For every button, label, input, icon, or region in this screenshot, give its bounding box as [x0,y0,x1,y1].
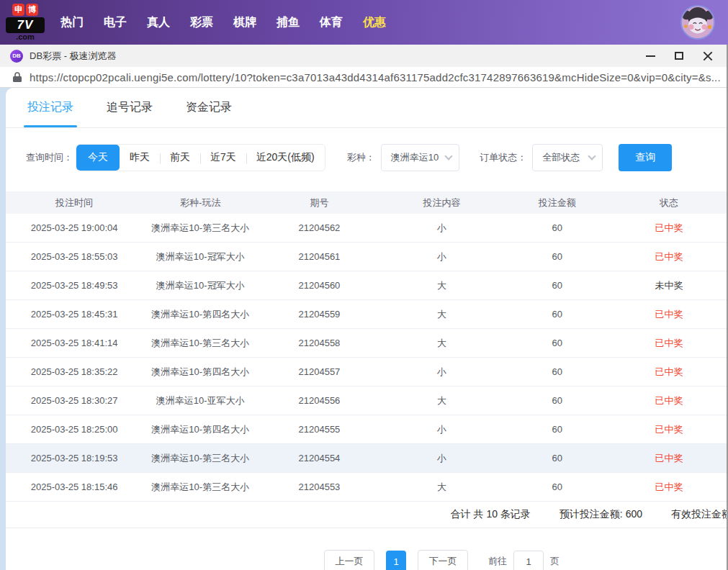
table-row: 2025-03-25 18:30:27 澳洲幸运10-亚军大小 21204556… [6,386,727,415]
summary-record-count: 合计 共 10 条记录 [451,508,531,521]
minimize-icon [646,55,655,57]
status-badge: 已中奖 [611,423,727,436]
cell-lottery-play: 澳洲幸运10-第四名大小 [143,423,258,436]
page-content: 投注记录 追号记录 资金记录 查询时间： 今天 昨天 前天 近7天 近20天(低… [0,88,727,570]
cell-bet-amount: 60 [503,251,611,262]
cell-bet-content: 小 [381,222,503,235]
filter-bar: 查询时间： 今天 昨天 前天 近7天 近20天(低频) 彩种： 澳洲幸运10 订… [26,144,727,171]
status-badge: 已中奖 [611,250,727,263]
cell-issue-number: 21204562 [258,222,380,233]
cell-bet-amount: 60 [503,395,611,406]
table-row: 2025-03-25 19:00:04 澳洲幸运10-第三名大小 2120456… [6,214,727,243]
window-controls [636,45,722,67]
window-title: DB彩票 - 极速浏览器 [30,50,117,63]
header-bet-content: 投注内容 [381,196,503,209]
cell-lottery-play: 澳洲幸运10-第三名大小 [143,222,258,235]
nav-item-promo[interactable]: 优惠 [363,15,386,30]
cell-lottery-play: 澳洲幸运10-第三名大小 [143,481,258,494]
cell-bet-content: 小 [381,366,503,379]
cell-lottery-play: 澳洲幸运10-亚军大小 [143,394,258,407]
maximize-button[interactable] [665,45,693,67]
status-badge: 未中奖 [611,279,727,292]
cell-lottery-play: 澳洲幸运10-第三名大小 [143,452,258,465]
status-badge: 已中奖 [611,337,727,350]
nav-item-lottery[interactable]: 彩票 [190,15,213,30]
time-option-7days[interactable]: 近7天 [200,145,246,171]
status-badge: 已中奖 [611,452,727,465]
tab-fund-records[interactable]: 资金记录 [186,88,232,127]
goto-page-input[interactable] [513,551,544,570]
cell-issue-number: 21204556 [258,395,380,406]
current-page-button[interactable]: 1 [386,551,406,570]
cell-bet-time: 2025-03-25 18:41:14 [6,338,143,348]
lock-icon [13,72,22,82]
cell-bet-amount: 60 [503,280,611,291]
cell-bet-content: 大 [381,308,503,321]
avatar-illustration [682,6,714,38]
close-button[interactable] [693,45,722,67]
tab-chase-records[interactable]: 追号记录 [107,88,153,127]
cell-bet-amount: 60 [503,481,611,492]
nav-item-live[interactable]: 真人 [147,15,170,30]
user-avatar[interactable] [680,5,715,40]
next-page-button[interactable]: 下一页 [418,550,468,570]
url-text[interactable]: https://ctopcp02pcali.uengi5e.com/lotter… [30,71,721,83]
tab-bet-records[interactable]: 投注记录 [27,88,73,127]
lottery-select[interactable]: 澳洲幸运10 [381,144,459,171]
logo-badge-left: 申 [12,4,24,16]
cell-bet-amount: 60 [503,309,611,320]
logo-badges: 申 博 [6,4,45,16]
nav-item-sports[interactable]: 体育 [320,15,343,30]
cell-bet-content: 大 [381,337,503,350]
cell-lottery-play: 澳洲幸运10-第四名大小 [143,308,258,321]
prev-page-button[interactable]: 上一页 [324,550,374,570]
time-option-20days[interactable]: 近20天(低频) [246,145,325,171]
url-bar[interactable]: https://ctopcp02pcali.uengi5e.com/lotter… [0,67,727,88]
nav-item-electronic[interactable]: 电子 [104,15,127,30]
table-row: 2025-03-25 18:45:31 澳洲幸运10-第四名大小 2120455… [6,300,727,329]
order-status-label: 订单状态： [480,151,526,164]
nav-item-chess[interactable]: 棋牌 [233,15,256,30]
chevron-down-icon [588,152,596,160]
summary-valid-amount-label: 有效投注金额 [671,508,727,521]
time-option-yesterday[interactable]: 昨天 [120,145,160,171]
cell-bet-content: 大 [381,394,503,407]
time-option-day-before[interactable]: 前天 [160,145,200,171]
cell-bet-time: 2025-03-25 18:15:46 [6,481,143,492]
cell-issue-number: 21204560 [258,280,380,291]
cell-bet-amount: 60 [503,453,611,463]
time-filter-label: 查询时间： [26,151,73,164]
cell-bet-time: 2025-03-25 18:49:53 [6,280,143,291]
table-row: 2025-03-25 18:35:22 澳洲幸运10-第四名大小 2120455… [6,358,727,386]
lottery-filter-label: 彩种： [347,151,375,164]
time-option-today[interactable]: 今天 [76,145,120,171]
time-range-group: 今天 昨天 前天 近7天 近20天(低频) [76,144,325,171]
cell-bet-amount: 60 [503,366,611,377]
order-status-select[interactable]: 全部状态 [532,144,603,171]
cell-lottery-play: 澳洲幸运10-第四名大小 [143,366,258,379]
minimize-button[interactable] [636,45,665,67]
nav-item-fishing[interactable]: 捕鱼 [277,15,300,30]
site-nav: 申 博 7V .com 热门 电子 真人 彩票 棋牌 捕鱼 体育 优惠 [0,0,728,45]
site-logo[interactable]: 申 博 7V .com [6,4,45,41]
header-lottery-play: 彩种-玩法 [143,196,258,209]
cell-bet-time: 2025-03-25 18:55:03 [6,251,143,262]
nav-item-hot[interactable]: 热门 [60,15,84,30]
cell-bet-content: 小 [381,250,503,263]
cell-bet-content: 大 [381,481,503,494]
status-badge: 已中奖 [611,222,727,235]
header-bet-time: 投注时间 [6,196,143,209]
cell-bet-time: 2025-03-25 18:45:31 [6,309,143,320]
table-row: 2025-03-25 18:41:14 澳洲幸运10-第三名大小 2120455… [6,329,727,358]
cell-bet-amount: 60 [503,424,611,435]
bet-records-table: 投注时间 彩种-玩法 期号 投注内容 投注金额 状态 2025-03-25 19… [6,191,727,502]
browser-titlebar: DB DB彩票 - 极速浏览器 [0,45,727,67]
logo-main-text: 7V [6,17,45,33]
cell-issue-number: 21204558 [258,338,380,348]
search-button[interactable]: 查询 [619,144,672,171]
order-status-value: 全部状态 [542,151,580,164]
cell-issue-number: 21204555 [258,424,380,435]
cell-issue-number: 21204554 [258,453,380,463]
goto-page-group: 前往 页 [488,551,560,570]
status-badge: 已中奖 [611,394,727,407]
